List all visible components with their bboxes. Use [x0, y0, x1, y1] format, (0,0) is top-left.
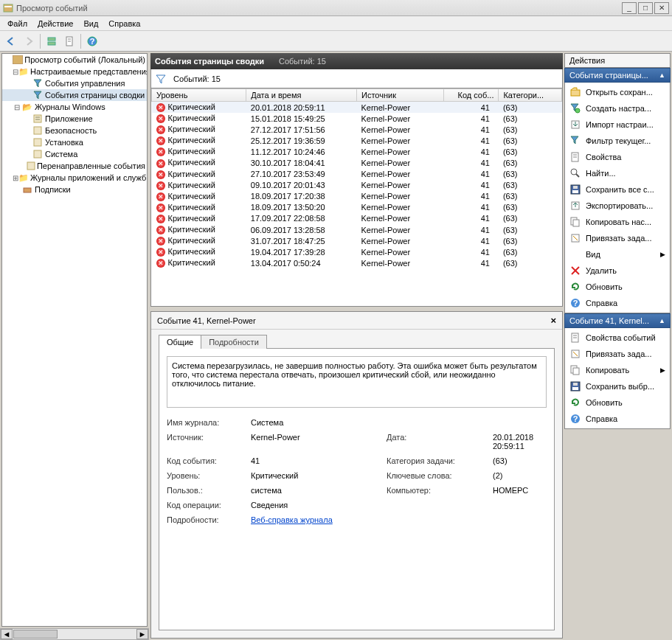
actions-section2-title[interactable]: Событие 41, Kernel...▲	[564, 313, 671, 328]
actions-section1-title[interactable]: События страницы...▲	[564, 68, 671, 83]
col-datetime[interactable]: Дата и время	[246, 89, 357, 102]
tree-subscriptions[interactable]: Подписки	[2, 184, 147, 195]
refresh-icon	[569, 281, 581, 293]
tree-view[interactable]: Просмотр событий (Локальный) ⊟📁Настраива…	[1, 53, 148, 627]
table-row[interactable]: ✕Критический19.04.2017 17:39:28Kernel-Po…	[152, 246, 562, 257]
back-button[interactable]	[3, 33, 19, 49]
col-category[interactable]: Категори...	[499, 89, 562, 102]
action-item[interactable]: Фильтр текущег...	[565, 133, 670, 149]
tab-details[interactable]: Подробности	[201, 335, 267, 349]
table-row[interactable]: ✕Критический15.01.2018 15:49:25Kernel-Po…	[152, 113, 562, 124]
filter-icon	[32, 78, 44, 88]
tree-summary-events[interactable]: События страницы сводки	[2, 89, 147, 101]
action-item[interactable]: Найти...	[565, 165, 670, 181]
event-grid[interactable]: Уровень Дата и время Источник Код соб...…	[150, 88, 563, 307]
table-row[interactable]: ✕Критический27.12.2017 17:51:56Kernel-Po…	[152, 124, 562, 135]
val-user: система	[251, 486, 384, 495]
table-row[interactable]: ✕Критический27.10.2017 23:53:49Kernel-Po…	[152, 169, 562, 180]
menu-view[interactable]: Вид	[79, 18, 103, 29]
close-button[interactable]: ✕	[654, 2, 669, 14]
tree-admin-events[interactable]: События управления	[2, 77, 147, 89]
table-row[interactable]: ✕Критический11.12.2017 10:24:46Kernel-Po…	[152, 146, 562, 157]
val-eventid: 41	[251, 456, 384, 465]
action-item[interactable]: Открыть сохран...	[565, 84, 670, 100]
action-item[interactable]: Создать настра...	[565, 100, 670, 116]
table-row[interactable]: ✕Критический20.01.2018 20:59:11Kernel-Po…	[152, 102, 562, 114]
action-item[interactable]: Свойства событий	[565, 330, 670, 346]
col-level[interactable]: Уровень	[152, 89, 246, 102]
refresh-icon	[569, 397, 581, 408]
table-row[interactable]: ✕Критический31.07.2017 18:47:25Kernel-Po…	[152, 235, 562, 246]
action-label: Сохранить все с...	[586, 185, 654, 194]
forward-button[interactable]	[21, 33, 37, 49]
action-item[interactable]: Обновить	[565, 394, 670, 411]
menu-help[interactable]: Справка	[104, 18, 145, 29]
critical-icon: ✕	[156, 204, 165, 212]
menu-action[interactable]: Действие	[33, 18, 77, 29]
log-icon	[32, 125, 44, 136]
critical-icon: ✕	[156, 226, 165, 234]
action-item[interactable]: Копировать▶	[565, 362, 670, 378]
tree-apps-services[interactable]: ⊞📁Журналы приложений и служб	[2, 172, 147, 184]
action-item[interactable]: Сохранить все с...	[565, 181, 670, 198]
tree-setup[interactable]: Установка	[2, 136, 147, 148]
copy-icon	[569, 216, 581, 228]
tree-system[interactable]: Система	[2, 148, 147, 160]
action-item[interactable]: Привязать зада...	[565, 346, 670, 362]
tab-general[interactable]: Общие	[159, 335, 201, 349]
val-keywords: (2)	[493, 471, 547, 480]
svg-rect-10	[34, 115, 41, 122]
minimize-button[interactable]: _	[622, 2, 637, 14]
action-button[interactable]	[44, 33, 60, 49]
filter-count: Событий: 15	[173, 74, 221, 83]
tree-custom-views[interactable]: ⊟📁Настраиваемые представления	[2, 66, 147, 77]
col-eventid[interactable]: Код соб...	[443, 89, 499, 102]
log-icon	[27, 161, 35, 171]
action-item[interactable]: Экспортировать...	[565, 198, 670, 214]
delete-icon	[569, 265, 581, 276]
help-icon: ?	[569, 297, 581, 309]
table-row[interactable]: ✕Критический25.12.2017 19:36:59Kernel-Po…	[152, 135, 562, 146]
col-source[interactable]: Источник	[356, 89, 443, 102]
filter-icon	[156, 74, 167, 84]
header-title: События страницы сводки	[155, 57, 264, 66]
content-header: События страницы сводки Событий: 15	[150, 53, 563, 69]
lab-level: Уровень:	[167, 471, 248, 480]
critical-icon: ✕	[156, 103, 165, 112]
help-button[interactable]: ?	[84, 33, 100, 49]
action-item[interactable]: ?Справка	[565, 411, 670, 427]
lab-eventid: Код события:	[167, 456, 248, 465]
table-row[interactable]: ✕Критический30.10.2017 18:04:41Kernel-Po…	[152, 157, 562, 168]
tree-hscroll[interactable]: ◄►	[0, 628, 149, 640]
action-label: Свойства событий	[586, 333, 656, 342]
tree-security[interactable]: Безопасность	[2, 125, 147, 136]
svg-rect-2	[48, 38, 55, 41]
table-row[interactable]: ✕Критический13.04.2017 0:50:24Kernel-Pow…	[152, 257, 562, 268]
action-item[interactable]: Удалить	[565, 262, 670, 279]
action-item[interactable]: Привязать зада...	[565, 230, 670, 246]
maximize-button[interactable]: □	[638, 2, 653, 14]
action-item[interactable]: Свойства	[565, 149, 670, 165]
tree-application[interactable]: Приложение	[2, 113, 147, 125]
menu-file[interactable]: Файл	[3, 18, 32, 29]
table-row[interactable]: ✕Критический06.09.2017 13:28:58Kernel-Po…	[152, 224, 562, 235]
tree-forwarded[interactable]: Перенаправленные события	[2, 160, 147, 172]
properties-button[interactable]	[61, 33, 77, 49]
table-row[interactable]: ✕Критический17.09.2017 22:08:58Kernel-Po…	[152, 213, 562, 224]
web-help-link[interactable]: Веб-справка журнала	[251, 515, 333, 524]
funnel-icon	[569, 135, 581, 147]
tree-windows-logs[interactable]: ⊟📂Журналы Windows	[2, 101, 147, 113]
action-item[interactable]: Сохранить выбр...	[565, 378, 670, 394]
tree-root[interactable]: Просмотр событий (Локальный)	[2, 54, 147, 66]
action-item[interactable]: ?Справка	[565, 295, 670, 311]
table-row[interactable]: ✕Критический18.09.2017 13:50:20Kernel-Po…	[152, 202, 562, 213]
detail-close-button[interactable]: ×	[550, 315, 556, 326]
action-item[interactable]: Копировать нас...	[565, 214, 670, 230]
table-row[interactable]: ✕Критический09.10.2017 20:01:43Kernel-Po…	[152, 180, 562, 191]
action-item[interactable]: Импорт настраи...	[565, 116, 670, 133]
action-item[interactable]: Обновить	[565, 279, 670, 295]
svg-text:?: ?	[573, 299, 578, 307]
table-row[interactable]: ✕Критический18.09.2017 17:20:38Kernel-Po…	[152, 191, 562, 202]
action-label: Копировать	[586, 366, 629, 375]
action-item[interactable]: Вид▶	[565, 246, 670, 262]
